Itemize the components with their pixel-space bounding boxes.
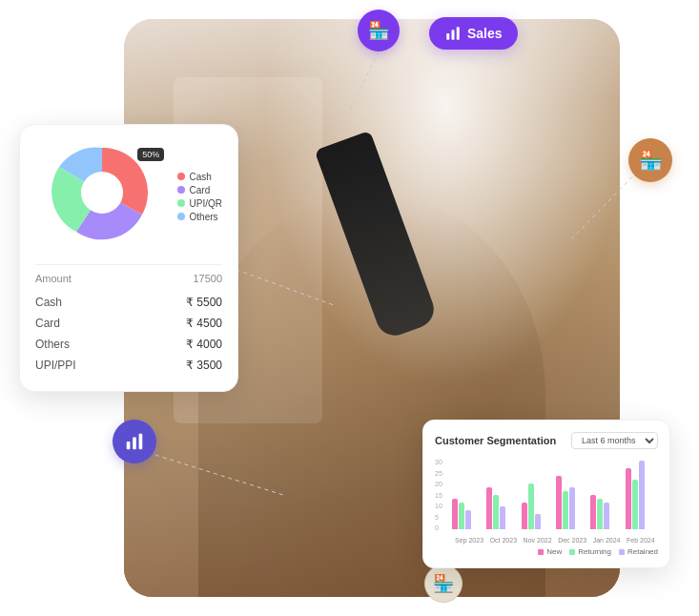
- pie-percentage-label: 50%: [137, 148, 164, 161]
- bar-nov-retained: [535, 514, 541, 529]
- sales-badge-label: Sales: [467, 26, 503, 41]
- x-label-jan: Jan 2024: [593, 537, 621, 544]
- pie-chart-container: 50%: [50, 140, 154, 245]
- row-others: Others ₹ 4000: [35, 334, 222, 355]
- x-label-nov: Nov 2022: [524, 537, 552, 544]
- x-axis: Sep 2023 Oct 2023 Nov 2022 Dec 2023 Jan …: [452, 537, 658, 544]
- legend-cash: Cash: [177, 172, 222, 182]
- bar-feb-returning: [632, 480, 638, 529]
- chart-area: Sep 2023 Oct 2023 Nov 2022 Dec 2023 Jan …: [452, 457, 658, 544]
- bar-sep-new: [452, 499, 458, 529]
- sales-badge[interactable]: Sales: [429, 17, 518, 50]
- bar-sep-returning: [459, 503, 464, 529]
- bar-group-dec: [556, 476, 588, 529]
- bar-feb-retained: [639, 461, 645, 529]
- x-label-dec: Dec 2023: [558, 537, 586, 544]
- bar-dec-new: [556, 476, 562, 529]
- pie-legend: Cash Card UPI/QR Others: [177, 172, 222, 222]
- bar-oct-returning: [493, 495, 499, 529]
- seg-legend-new: New: [538, 547, 562, 556]
- store-icon-right: 🏪: [628, 138, 672, 182]
- svg-point-7: [81, 172, 123, 214]
- segmentation-card: Customer Segmentation Last 6 months 0 5 …: [422, 420, 670, 568]
- bar-chart-icon: [444, 25, 462, 42]
- x-label-oct: Oct 2023: [490, 537, 517, 544]
- legend-others: Others: [177, 212, 222, 222]
- bar-sep-retained: [465, 510, 471, 529]
- bar-chart-left-icon: [124, 431, 145, 452]
- bar-nov-new: [522, 503, 527, 529]
- chart-icon-left: [113, 420, 156, 463]
- seg-legend-returning: Returning: [569, 547, 611, 556]
- amount-header: Amount 17500: [35, 273, 222, 284]
- bar-dec-retained: [569, 487, 575, 529]
- row-card: Card ₹ 4500: [35, 313, 222, 334]
- amount-total: 17500: [193, 273, 222, 284]
- bar-oct-new: [486, 487, 492, 529]
- bar-jan-retained: [604, 503, 609, 529]
- bar-chart: [452, 457, 658, 533]
- bar-group-feb: [626, 461, 658, 529]
- x-label-feb: Feb 2024: [627, 537, 655, 544]
- bar-group-jan: [590, 495, 623, 529]
- bar-jan-returning: [597, 499, 603, 529]
- chart-wrapper: 0 5 10 15 20 25 30: [435, 457, 658, 544]
- bar-jan-new: [590, 495, 596, 529]
- payment-card: 50% Cash Card UPI/QR Others: [19, 124, 238, 392]
- bar-dec-returning: [563, 491, 568, 529]
- x-label-sep: Sep 2023: [455, 537, 483, 544]
- amount-label: Amount: [35, 273, 72, 284]
- bar-feb-new: [626, 468, 631, 529]
- seg-legend: New Returning Retained: [435, 547, 658, 556]
- seg-dropdown[interactable]: Last 6 months: [571, 432, 658, 449]
- bar-nov-returning: [528, 483, 534, 529]
- seg-title: Customer Segmentation: [435, 435, 556, 446]
- row-cash: Cash ₹ 5500: [35, 292, 222, 313]
- legend-card: Card: [177, 185, 222, 195]
- store-icon-top: 🏪: [358, 10, 400, 51]
- seg-legend-retained: Retained: [619, 547, 658, 556]
- bar-group-sep: [452, 499, 484, 529]
- bar-group-oct: [486, 487, 519, 529]
- svg-rect-10: [139, 434, 143, 450]
- svg-rect-4: [446, 33, 449, 40]
- svg-rect-6: [457, 27, 460, 40]
- svg-rect-9: [133, 437, 136, 449]
- svg-rect-5: [452, 30, 455, 40]
- bar-group-nov: [522, 483, 554, 529]
- legend-upi: UPI/QR: [177, 198, 222, 209]
- seg-header: Customer Segmentation Last 6 months: [435, 432, 658, 449]
- card-divider: [35, 264, 222, 265]
- y-axis: 0 5 10 15 20 25 30: [435, 457, 442, 533]
- row-upi: UPI/PPI ₹ 3500: [35, 355, 222, 376]
- store-icon-bottom: 🏪: [424, 565, 463, 603]
- bar-oct-retained: [500, 506, 505, 529]
- scene: 🏪 Sales 🏪: [0, 0, 699, 616]
- svg-rect-8: [127, 441, 131, 449]
